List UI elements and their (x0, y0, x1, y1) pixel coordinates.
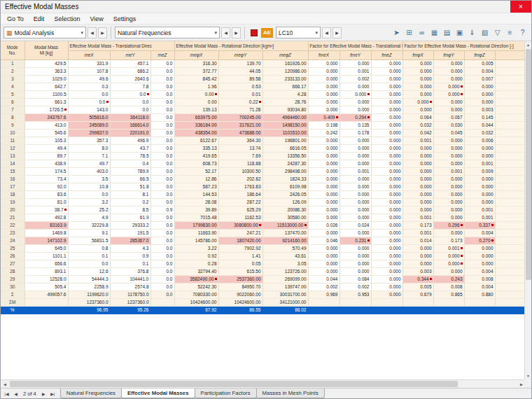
cell[interactable]: 0.006 (464, 136, 495, 144)
tab-natural-frequencies[interactable]: Natural Frequencies (60, 388, 122, 398)
cell[interactable]: 1799830.00 (174, 221, 218, 229)
analysis-type-combo[interactable]: ▦ Modal Analysis ▾ (4, 27, 86, 38)
cell[interactable]: 0.000 (340, 83, 371, 90)
cell[interactable]: 7.1 (68, 152, 110, 160)
cell[interactable]: 0.000 (433, 75, 464, 83)
row-header[interactable]: 25 (1, 244, 24, 252)
row-header[interactable]: 4 (1, 83, 24, 90)
cell[interactable]: 299837.0 (68, 129, 110, 136)
cell[interactable]: 587.23 (174, 183, 218, 190)
row-header[interactable]: 24 (1, 237, 24, 244)
cell[interactable]: 1178750.0 (110, 290, 150, 298)
cell[interactable]: 0.000 (340, 136, 371, 144)
cell[interactable]: 1763.83 (218, 183, 262, 190)
cell[interactable]: 0.0 (150, 160, 174, 167)
cell[interactable]: 93034.80 (262, 106, 308, 113)
cell[interactable]: 0.000 (433, 106, 464, 113)
cell[interactable]: 6122.67 (174, 136, 218, 144)
tab-first-button[interactable]: |◀ (2, 389, 11, 398)
row-header[interactable]: 27 (1, 260, 24, 267)
cell[interactable]: 364118.0 (110, 113, 150, 121)
cell[interactable] (464, 298, 495, 306)
cell[interactable]: 0.026 (308, 221, 340, 229)
cell[interactable]: 0.000 (402, 98, 433, 106)
cell[interactable]: 0.000 (371, 98, 402, 106)
cell[interactable]: 0.000 (308, 75, 340, 83)
pointer-icon[interactable]: ➤ (391, 27, 402, 38)
cell[interactable]: 0.0 (150, 106, 174, 113)
row-header[interactable]: 11 (1, 136, 24, 144)
cell[interactable]: 0.000 (371, 121, 402, 129)
cell[interactable]: 0.0 (150, 290, 174, 298)
cell[interactable]: 0.000 (402, 252, 433, 260)
cell[interactable]: 247.21 (218, 229, 262, 237)
cell[interactable]: 0.064 (402, 113, 433, 121)
export-icon[interactable]: ⇓ (466, 27, 478, 38)
menu-selection[interactable]: Selection (49, 13, 85, 24)
cell[interactable]: 0.000 (402, 198, 433, 206)
cell[interactable]: 0.337 (464, 221, 495, 229)
filter-icon[interactable]: ▽ (491, 27, 503, 38)
group-header-0[interactable]: Effective Modal Mass - Translational Dir… (68, 41, 174, 50)
cell[interactable]: 0.044 (464, 121, 495, 129)
cell[interactable]: 4.28 (262, 90, 308, 98)
cell[interactable]: 0.0 (150, 167, 174, 175)
row-header[interactable]: 30 (1, 283, 24, 290)
cell[interactable]: 0.145 (464, 113, 495, 121)
cell[interactable]: 545.6 (24, 129, 68, 136)
column-header-fmey[interactable]: fmeY (340, 50, 371, 59)
cell[interactable]: 666.17 (262, 83, 308, 90)
cell[interactable]: 363.3 (24, 67, 68, 75)
cell[interactable]: 0.000 (371, 129, 402, 136)
cell[interactable]: 0.00 (174, 98, 218, 106)
cell[interactable]: 0.008 (433, 283, 464, 290)
row-header[interactable]: 9 (1, 121, 24, 129)
cell[interactable]: 4.9 (68, 214, 110, 221)
cell[interactable]: 0.0 (110, 98, 150, 106)
cell[interactable]: 96.95 (68, 306, 110, 314)
cell[interactable]: 1.41 (218, 252, 262, 260)
cell[interactable]: 0.000 (402, 106, 433, 113)
cell[interactable]: 893.1 (24, 267, 68, 275)
result-prev-button[interactable]: ◀ (221, 27, 230, 38)
cell[interactable]: 3.2 (68, 198, 110, 206)
row-header[interactable]: 3 (1, 75, 24, 83)
cell[interactable]: 2574.8 (110, 283, 150, 290)
cell[interactable]: 0.3 (68, 83, 110, 90)
cell[interactable]: 0.000 (308, 106, 340, 113)
cell[interactable]: 0.000 (371, 152, 402, 160)
cell[interactable]: 0.000 (308, 252, 340, 260)
cell[interactable]: 233133.00 (262, 75, 308, 83)
cell[interactable]: 0.032 (402, 121, 433, 129)
cell[interactable]: 2426.05 (262, 190, 308, 198)
cell[interactable]: 1824.33 (262, 175, 308, 183)
cell[interactable]: 0.000 (464, 244, 495, 252)
cell[interactable]: 0.0 (68, 190, 110, 198)
cell[interactable]: 0.679 (402, 290, 433, 298)
cell[interactable] (340, 306, 371, 314)
cell[interactable]: 0.000 (371, 160, 402, 167)
cell[interactable]: 0.294 (340, 113, 371, 121)
cell[interactable] (402, 306, 433, 314)
column-header-me-z[interactable]: meφZ (262, 50, 308, 59)
cell[interactable]: 0.000 (308, 175, 340, 183)
excel-icon[interactable]: ▧ (479, 27, 491, 38)
cell[interactable] (433, 298, 464, 306)
cell[interactable]: 0.000 (308, 198, 340, 206)
cell[interactable]: 316.30 (174, 59, 218, 67)
print-icon[interactable]: ▤ (441, 27, 453, 38)
cell[interactable]: 429.5 (24, 59, 68, 67)
cell[interactable]: 0.001 (340, 167, 371, 175)
cell[interactable]: 0.000 (340, 206, 371, 214)
cell[interactable]: 0.344 (402, 275, 433, 283)
cell[interactable]: 0.000 (308, 183, 340, 190)
cell[interactable]: 0.000 (402, 152, 433, 160)
cell[interactable]: 0.0 (150, 221, 174, 229)
cell[interactable]: 0.000 (371, 190, 402, 198)
row-header[interactable]: 29 (1, 275, 24, 283)
cell[interactable]: 0.1 (68, 252, 110, 260)
cell[interactable]: 10424600.00 (174, 298, 218, 306)
cell[interactable]: 0.000 (402, 75, 433, 83)
cell[interactable]: 0.0 (150, 129, 174, 136)
column-header-me-y[interactable]: meφY (218, 50, 262, 59)
